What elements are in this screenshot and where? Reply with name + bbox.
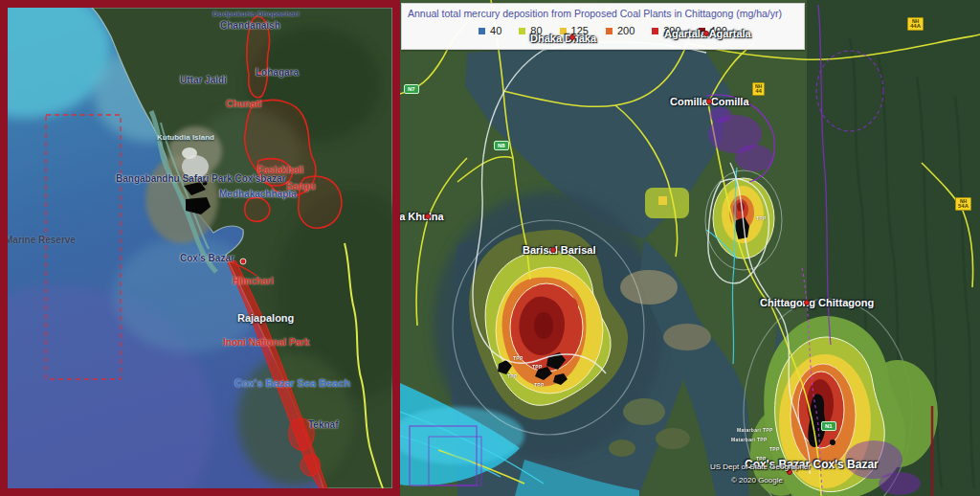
satellite-map-coxs-bazar[interactable]: Dudpukuria Dhopachari Chandanaish Uttar …: [8, 8, 392, 488]
legend-value-40: 40: [490, 25, 501, 36]
legend-swatch-125: [560, 28, 567, 34]
road-badge-n8: N8: [494, 141, 509, 150]
legend-swatch-80: [519, 28, 525, 34]
legend-item-40: 40: [479, 25, 501, 36]
legend-value-200: 200: [617, 25, 635, 36]
legend-items: 40 80 125 200 300 400: [402, 25, 804, 36]
lohagara-marker-dot: [257, 72, 262, 77]
road-badge-nh44: NH44: [752, 82, 765, 96]
khulna-marker-dot: [425, 214, 431, 219]
badge-line2: 44: [755, 89, 762, 94]
road-badge-nh54a: NH54A: [955, 197, 971, 211]
legend-value-80: 80: [530, 25, 542, 36]
coxs-bazar-marker-dot-right: [787, 469, 792, 475]
badge-line2: 44A: [910, 24, 921, 29]
legend-item-300: 300: [652, 25, 680, 36]
legend-swatch-40: [479, 28, 485, 34]
comilla-marker-dot: [706, 99, 712, 104]
legend-value-300: 300: [663, 25, 680, 36]
mercury-legend: Annual total mercury deposition from Pro…: [401, 3, 805, 50]
dual-map-screenshot: { "frame": {"color": "#8e1124"}, "left_m…: [0, 0, 980, 496]
legend-swatch-200: [606, 28, 612, 34]
coxs-bazar-marker-dot: [240, 259, 246, 264]
agartala-marker-dot: [703, 31, 709, 36]
barisal-marker-dot: [550, 247, 556, 253]
legend-title: Annual total mercury deposition from Pro…: [402, 4, 804, 19]
road-badge-nh44a: NH44A: [907, 17, 924, 31]
legend-item-80: 80: [519, 25, 542, 36]
road-badge-n7: N7: [404, 84, 419, 94]
mercury-deposition-map[interactable]: Annual total mercury deposition from Pro…: [400, 0, 980, 496]
left-map-canvas: [8, 8, 392, 488]
dhaka-marker-dot: [569, 34, 575, 40]
badge-line2: 54A: [958, 204, 969, 209]
legend-item-200: 200: [606, 25, 635, 36]
legend-swatch-300: [652, 28, 658, 34]
right-map-canvas: [400, 0, 980, 496]
legend-item-400: 400: [699, 25, 727, 36]
road-badge-n1: N1: [821, 421, 836, 431]
chittagong-marker-dot: [804, 300, 810, 305]
legend-value-400: 400: [710, 25, 727, 36]
